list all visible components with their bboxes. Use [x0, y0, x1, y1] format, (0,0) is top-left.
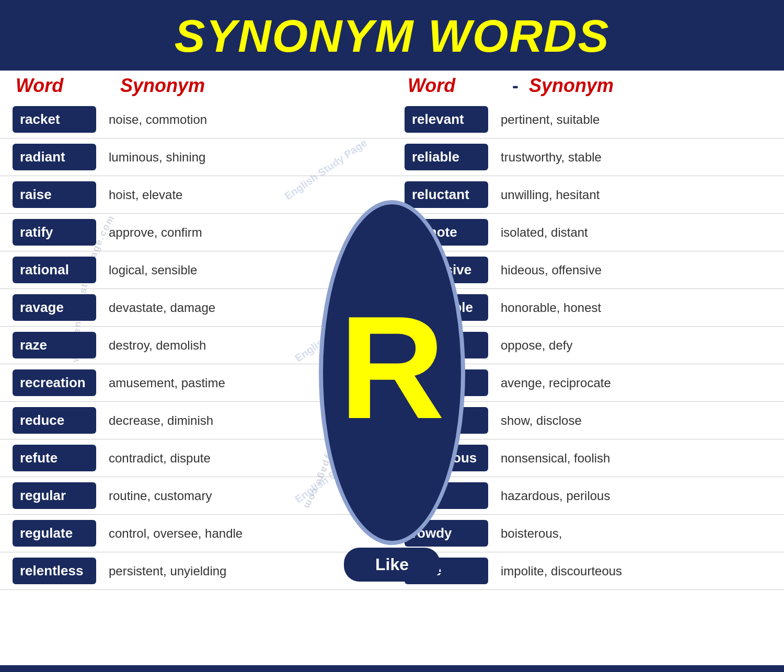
center-oval-container: R Like — [314, 200, 470, 566]
left-col-headers: Word Synonym — [0, 75, 392, 97]
like-button[interactable]: Like — [344, 548, 440, 582]
word-cell: recreation — [13, 369, 96, 396]
column-headers: Word Synonym Word - Synonym — [0, 69, 784, 101]
synonym-cell: nonsensical, foolish — [497, 446, 784, 471]
left-word-header: Word — [16, 75, 120, 97]
main-content: www.englishstudypage.com www.englishstud… — [0, 101, 784, 665]
word-cell: raise — [13, 181, 96, 208]
header: SYNONYM WORDS — [0, 0, 784, 69]
synonym-cell: avenge, reciprocate — [497, 370, 784, 396]
synonym-cell: pertinent, suitable — [497, 107, 784, 132]
word-cell: racket — [13, 106, 96, 133]
table-row: racket noise, commotion — [0, 101, 392, 138]
table-row: radiant luminous, shining — [0, 138, 392, 176]
synonym-cell: oppose, defy — [497, 333, 784, 358]
word-cell: relentless — [13, 558, 96, 584]
page-title: SYNONYM WORDS — [0, 9, 784, 63]
left-synonym-header: Synonym — [120, 75, 205, 97]
footer: www.englishstudypage.com facebook.com/en… — [0, 665, 784, 672]
word-cell: radiant — [13, 144, 96, 170]
word-cell: ravage — [13, 294, 96, 321]
synonym-cell: noise, commotion — [105, 107, 392, 132]
center-oval: R — [319, 200, 465, 545]
synonym-cell: honorable, honest — [497, 295, 784, 320]
right-dash: - — [512, 75, 518, 97]
synonym-cell: unwilling, hesitant — [497, 182, 784, 207]
word-cell: refute — [13, 445, 96, 471]
synonym-cell: boisterous, — [497, 521, 784, 546]
synonym-cell: isolated, distant — [497, 220, 784, 245]
word-cell: reliable — [405, 144, 488, 170]
synonym-cell: hazardous, perilous — [497, 483, 784, 508]
word-cell: rational — [13, 257, 96, 283]
word-cell: regulate — [13, 520, 96, 547]
table-row: reliable trustworthy, stable — [392, 138, 784, 176]
synonym-cell: show, disclose — [497, 408, 784, 433]
right-synonym-header: Synonym — [529, 75, 614, 97]
word-cell: reduce — [13, 407, 96, 434]
synonym-cell: impolite, discourteous — [497, 559, 784, 584]
synonym-cell: trustworthy, stable — [497, 145, 784, 170]
synonym-cell: hideous, offensive — [497, 258, 784, 283]
right-word-header: Word — [408, 75, 512, 97]
word-cell: regular — [13, 482, 96, 509]
word-cell: relevant — [405, 106, 488, 133]
table-row: relevant pertinent, suitable — [392, 101, 784, 138]
word-cell: raze — [13, 332, 96, 358]
word-cell: ratify — [13, 219, 96, 246]
synonym-cell: luminous, shining — [105, 145, 392, 170]
letter-r: R — [339, 294, 445, 441]
right-col-headers: Word - Synonym — [392, 75, 784, 97]
